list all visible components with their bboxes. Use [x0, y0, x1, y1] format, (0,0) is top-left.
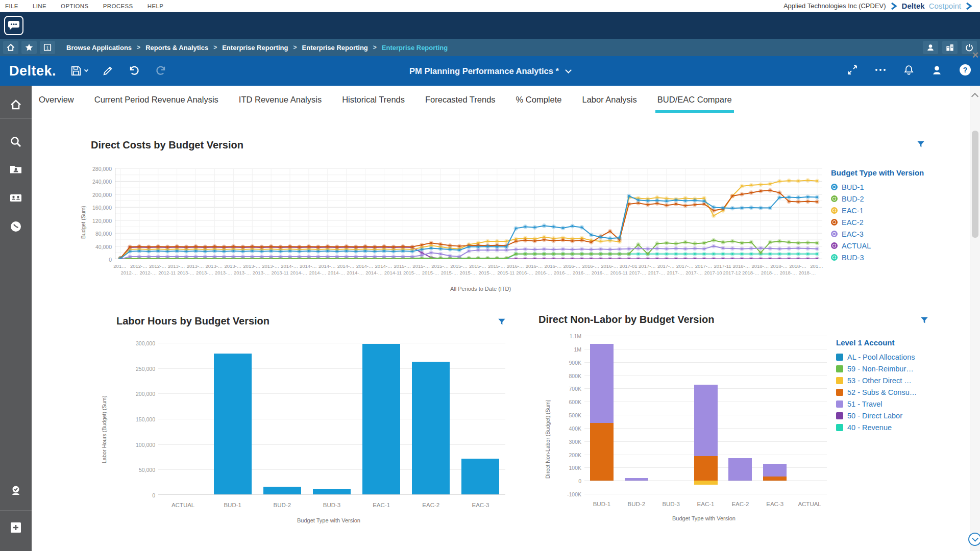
clock-icon[interactable] — [9, 219, 23, 236]
tab-bar: OverviewCurrent Period Revenue AnalysisI… — [39, 95, 732, 113]
legend-item-eac-2[interactable]: EAC-2 — [831, 216, 924, 228]
gridline — [584, 494, 827, 494]
save-button[interactable] — [69, 64, 88, 78]
save-menu-caret[interactable] — [84, 68, 88, 72]
segment-51-eac-2[interactable] — [728, 458, 752, 481]
scrollbar-thumb[interactable] — [972, 131, 978, 238]
category-label: BUD-1 — [224, 502, 241, 508]
chart3-x-axis-title: Budget Type with Version — [672, 515, 736, 521]
menu-process[interactable]: PROCESS — [103, 3, 133, 9]
breadcrumb-item[interactable]: Reports & Analytics — [145, 44, 208, 52]
notifications-icon[interactable] — [902, 64, 915, 79]
favorites-icon[interactable] — [21, 41, 37, 54]
legend-label: 53 - Other Direct … — [847, 377, 912, 385]
category-label: ACTUAL — [798, 501, 821, 507]
employee-folder-icon[interactable] — [9, 162, 23, 179]
undo-button[interactable] — [127, 64, 141, 78]
tab-labor-analysis[interactable]: Labor Analysis — [582, 95, 636, 113]
legend-label: EAC-2 — [842, 218, 864, 227]
home-icon[interactable] — [9, 98, 23, 114]
category-label: BUD-2 — [628, 501, 646, 507]
bar-bud-2[interactable] — [263, 487, 301, 494]
legend-item-bud-1[interactable]: BUD-1 — [831, 181, 924, 193]
segment-51-bud-1[interactable] — [590, 344, 614, 423]
legend-item-59[interactable]: 59 - Non-Reimbur… — [836, 363, 917, 374]
menu-options[interactable]: OPTIONS — [61, 3, 89, 9]
tab-historical-trends[interactable]: Historical Trends — [342, 95, 405, 113]
more-icon[interactable] — [874, 64, 887, 78]
bar-eac-2[interactable] — [412, 362, 450, 494]
bar-bud-1[interactable] — [214, 354, 252, 494]
chevron-right-icon[interactable] — [965, 2, 973, 10]
legend-item-51[interactable]: 51 - Travel — [836, 398, 917, 410]
gridline — [158, 444, 505, 445]
window-1-icon[interactable]: 1 — [40, 41, 55, 54]
add-icon[interactable] — [9, 520, 23, 537]
legend-item-bud-3[interactable]: BUD-3 — [831, 252, 924, 263]
legend-item-52[interactable]: 52 - Subs & Consu… — [836, 386, 917, 398]
legend-item-40[interactable]: 40 - Revenue — [836, 421, 917, 433]
bar-eac-3[interactable] — [461, 459, 499, 494]
legend-item-bud-2[interactable]: BUD-2 — [831, 193, 924, 205]
gridline — [584, 375, 827, 376]
home-icon[interactable] — [3, 41, 18, 54]
people-icon[interactable] — [9, 191, 23, 207]
segment-52-eac-1[interactable] — [694, 456, 718, 481]
segment-52-eac-3[interactable] — [763, 477, 787, 481]
tab-itd-revenue-analysis[interactable]: ITD Revenue Analysis — [239, 95, 322, 113]
filter-icon[interactable] — [497, 317, 506, 329]
x-tick-label: 2013-… — [234, 270, 251, 276]
tab-overview[interactable]: Overview — [39, 95, 74, 113]
legend-item-actual[interactable]: ACTUAL — [831, 240, 924, 252]
chart3-plot-area[interactable] — [584, 336, 827, 494]
legend-item-eac-3[interactable]: EAC-3 — [831, 228, 924, 240]
breadcrumb-item[interactable]: Enterprise Reporting — [382, 44, 448, 52]
breadcrumb-item[interactable]: Enterprise Reporting — [222, 44, 288, 52]
scroll-down-icon[interactable] — [968, 533, 980, 546]
bar-eac-1[interactable] — [362, 344, 400, 494]
legend-item-eac-1[interactable]: EAC-1 — [831, 205, 924, 216]
legend-item-53[interactable]: 53 - Other Direct … — [836, 374, 917, 386]
menu-help[interactable]: HELP — [148, 3, 164, 9]
segment-51-eac-1[interactable] — [694, 385, 718, 457]
filter-icon[interactable] — [916, 140, 925, 151]
approve-icon[interactable] — [9, 484, 23, 500]
chart2-plot-area[interactable] — [158, 343, 505, 495]
legend-item-al[interactable]: AL - Pool Allocations — [836, 351, 917, 363]
breadcrumb-item[interactable]: Browse Applications — [66, 44, 132, 52]
x-tick-label: 2017-… — [685, 270, 703, 276]
x-tick-label: 2017-… — [676, 263, 694, 269]
edit-button[interactable] — [101, 65, 114, 78]
filter-icon[interactable] — [920, 316, 929, 327]
segment-53-eac-1[interactable] — [694, 481, 718, 485]
chart2-title: Labor Hours by Budget Version — [116, 315, 270, 327]
menu-file[interactable]: FILE — [5, 3, 18, 9]
redo-button[interactable] — [154, 64, 168, 78]
profile-icon[interactable] — [930, 64, 943, 79]
chart3-y-axis-label: Direct Non-Labor (Budget) (Sum) — [545, 399, 551, 479]
segment-51-bud-2[interactable] — [625, 478, 648, 481]
vertical-scrollbar[interactable] — [970, 86, 980, 551]
search-icon[interactable] — [9, 135, 23, 151]
bar-bud-3[interactable] — [313, 489, 351, 494]
company-icon[interactable] — [942, 41, 958, 54]
chart2-y-axis-label: Labor Hours (Budget) (Sum) — [101, 396, 107, 463]
chart1-plot-area[interactable] — [115, 168, 822, 259]
x-tick-label: 2018-… — [742, 270, 760, 276]
tab--complete[interactable]: % Complete — [516, 95, 562, 113]
scroll-up-icon[interactable] — [971, 93, 978, 100]
segment-51-eac-3[interactable] — [763, 464, 787, 477]
tab-current-period-revenue-analysis[interactable]: Current Period Revenue Analysis — [94, 95, 218, 113]
tab-bud-eac-compare[interactable]: BUD/EAC Compare — [657, 95, 732, 113]
user-icon[interactable] — [923, 41, 938, 54]
close-icon[interactable]: ✕ — [972, 50, 979, 61]
segment-52-bud-1[interactable] — [590, 423, 614, 481]
dashboard-selector[interactable]: PM Planning Performance Analytics * — [409, 66, 571, 76]
menu-line[interactable]: LINE — [33, 3, 46, 9]
chat-icon[interactable] — [4, 16, 23, 35]
expand-icon[interactable] — [846, 64, 859, 78]
tab-forecasted-trends[interactable]: Forecasted Trends — [425, 95, 496, 113]
legend-item-50[interactable]: 50 - Direct Labor — [836, 410, 917, 421]
breadcrumb-item[interactable]: Enterprise Reporting — [302, 44, 368, 52]
help-icon[interactable]: ? — [959, 63, 972, 79]
